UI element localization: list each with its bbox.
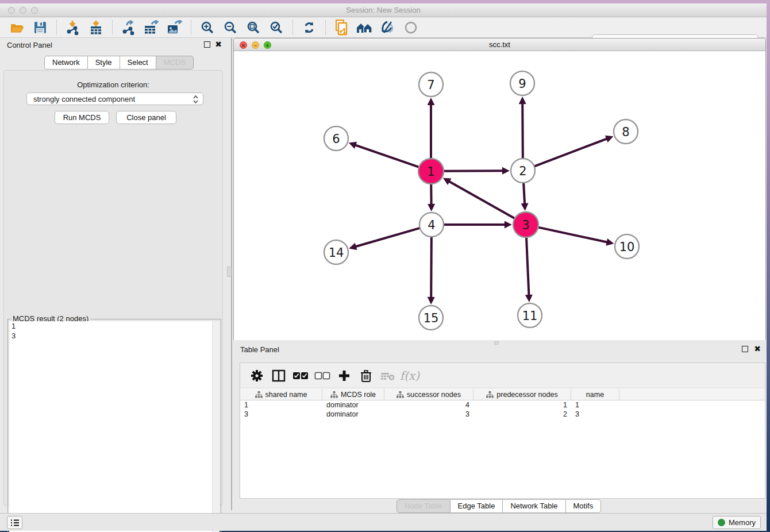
graph-node-4[interactable]: 4 [419, 213, 444, 237]
tab-node-table[interactable]: Node Table [396, 499, 451, 513]
edge-2-8[interactable] [534, 137, 611, 167]
table-cell[interactable]: dominator [322, 400, 384, 410]
export-image-icon[interactable] [166, 20, 183, 36]
graph-node-1[interactable]: 1 [418, 159, 444, 184]
add-column-icon[interactable] [334, 367, 354, 384]
graph-node-9[interactable]: 9 [510, 71, 534, 95]
result-scrollbar[interactable] [212, 321, 220, 532]
tab-edge-table[interactable]: Edge Table [451, 499, 503, 513]
edge-4-14[interactable] [351, 228, 420, 248]
edge-3-10[interactable] [538, 228, 612, 244]
select-all-icon[interactable] [291, 367, 310, 384]
first-neighbors-icon[interactable] [356, 20, 374, 36]
graphics-details-icon[interactable] [379, 20, 396, 36]
graph-node-7[interactable]: 7 [419, 72, 443, 97]
graph-node-8[interactable]: 8 [614, 119, 638, 144]
dropdown-value: strongly connected component [33, 95, 135, 103]
graph-node-6[interactable]: 6 [324, 126, 348, 151]
result-line: 3 [9, 331, 220, 341]
open-file-icon[interactable] [9, 20, 26, 36]
table-cell[interactable]: 3 [571, 410, 619, 419]
table-toolbar: f(x) [240, 363, 765, 388]
graph-node-14[interactable]: 14 [324, 240, 348, 264]
column-layout-icon[interactable] [269, 367, 288, 384]
float-panel-icon[interactable] [742, 346, 748, 352]
graph-node-2[interactable]: 2 [511, 159, 535, 183]
mcds-tab-panel: Optimization criterion: strongly connect… [3, 70, 223, 506]
tab-mcds[interactable]: MCDS [156, 56, 194, 70]
edge-3-1[interactable] [445, 179, 514, 218]
table-cell[interactable]: 1 [473, 400, 571, 410]
column-header-mcds-role[interactable]: MCDS role [322, 389, 384, 400]
tab-network[interactable]: Network [44, 56, 88, 70]
zoom-in-icon[interactable] [199, 20, 216, 36]
close-panel-icon[interactable]: ✖ [754, 344, 761, 353]
delete-column-icon[interactable] [356, 367, 376, 384]
show-panels-button[interactable] [7, 516, 22, 529]
graph-node-11[interactable]: 11 [518, 303, 542, 327]
import-table-icon[interactable] [87, 20, 105, 36]
node-label: 6 [332, 132, 340, 146]
optimization-criterion-label: Optimization criterion: [4, 80, 222, 89]
edge-3-11[interactable] [526, 237, 529, 300]
table-cell[interactable]: 4 [384, 400, 473, 410]
column-header-successor-nodes[interactable]: successor nodes [384, 389, 473, 400]
tab-select[interactable]: Select [120, 56, 156, 70]
save-session-icon[interactable] [32, 20, 49, 36]
graph-node-15[interactable]: 15 [419, 306, 443, 330]
table-cell[interactable]: 1 [571, 400, 619, 410]
tab-style[interactable]: Style [88, 56, 120, 70]
settings-gear-icon[interactable] [247, 367, 267, 384]
new-network-from-selection-icon[interactable] [333, 20, 351, 36]
mcds-result-list[interactable]: 13 [9, 321, 220, 532]
table-row[interactable]: 1dominator411 [240, 400, 765, 410]
column-label: name [586, 391, 604, 399]
zoom-fit-icon[interactable] [245, 20, 262, 36]
table-row[interactable]: 3dominator323 [240, 410, 765, 419]
tab-network-table[interactable]: Network Table [503, 499, 565, 513]
column-header-name[interactable]: name [571, 389, 619, 400]
export-table-icon[interactable] [143, 20, 160, 36]
deselect-all-icon[interactable] [313, 367, 332, 384]
column-header-predecessor-nodes[interactable]: predecessor nodes [473, 389, 571, 400]
table-cell[interactable]: 1 [240, 400, 322, 410]
float-panel-icon[interactable] [204, 41, 210, 48]
close-panel-button[interactable]: Close panel [116, 111, 176, 124]
zoom-out-icon[interactable] [222, 20, 239, 36]
control-panel-header: Control Panel ✖ [0, 38, 226, 53]
chevron-updown-icon [192, 95, 199, 104]
network-canvas[interactable]: 7968124314101511 [234, 51, 765, 340]
bird-eye-view-icon[interactable] [402, 20, 419, 36]
edge-4-15[interactable] [431, 237, 432, 302]
edge-2-9[interactable] [522, 99, 523, 159]
tab-motifs[interactable]: Motifs [566, 499, 602, 513]
node-table[interactable]: shared nameMCDS rolesuccessor nodesprede… [240, 389, 765, 419]
graph-node-10[interactable]: 10 [615, 234, 639, 259]
toolbar-separator [191, 20, 191, 35]
column-label: shared name [265, 391, 307, 399]
close-panel-icon[interactable]: ✖ [215, 40, 222, 49]
graph-node-3[interactable]: 3 [513, 212, 538, 237]
table-cell[interactable]: dominator [322, 410, 384, 419]
refresh-layout-icon[interactable] [301, 20, 318, 36]
table-cell[interactable]: 3 [384, 410, 473, 419]
edge-1-2[interactable] [444, 171, 507, 171]
toolbar-separator [112, 20, 113, 35]
optimization-criterion-select[interactable]: strongly connected component [26, 92, 203, 105]
zoom-selected-icon[interactable] [268, 20, 285, 36]
status-bar: Memory [0, 513, 767, 531]
edge-2-3[interactable] [523, 183, 525, 209]
column-attribute-icon [330, 391, 338, 398]
table-cell[interactable]: 3 [240, 410, 322, 419]
column-header-shared-name[interactable]: shared name [240, 389, 322, 400]
table-cell[interactable]: 2 [473, 410, 571, 419]
edge-1-6[interactable] [351, 144, 419, 167]
run-mcds-button[interactable]: Run MCDS [55, 111, 109, 124]
divider-grip[interactable] [227, 267, 232, 277]
import-network-icon[interactable] [64, 20, 82, 36]
node-label: 8 [622, 125, 629, 139]
node-table-header: shared nameMCDS rolesuccessor nodesprede… [240, 389, 765, 400]
memory-button[interactable]: Memory [713, 516, 761, 529]
export-network-icon[interactable] [120, 20, 137, 36]
control-panel: Control Panel ✖ NetworkStyleSelectMCDS O… [0, 38, 226, 510]
